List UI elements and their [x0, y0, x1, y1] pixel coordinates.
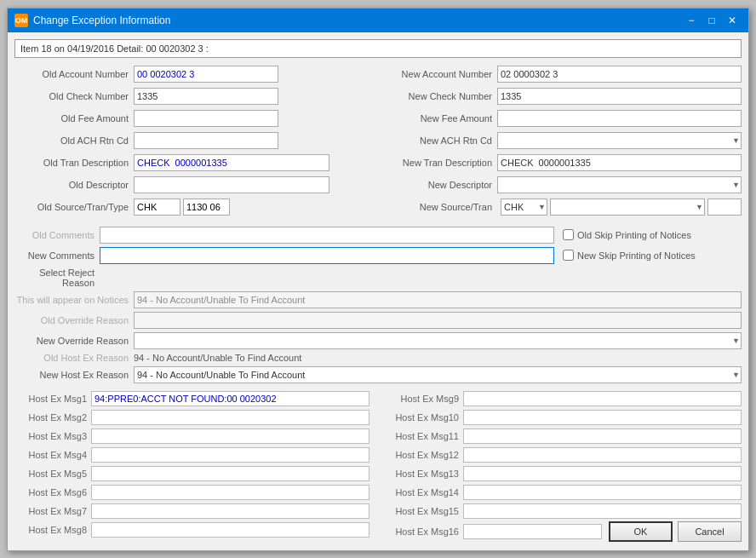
new-tran-desc-row: New Tran Description — [387, 153, 742, 172]
new-override-reason-label: New Override Reason — [14, 336, 134, 346]
host-msg-9-label: Host Ex Msg9 — [387, 394, 463, 404]
new-account-number-input[interactable] — [497, 66, 742, 83]
old-comments-label: Old Comments — [14, 230, 100, 240]
host-msg-7-row: Host Ex Msg7 — [14, 503, 369, 520]
new-host-ex-reason-row: New Host Ex Reason 94 - No Account/Unabl… — [14, 366, 742, 383]
host-msg-5-label: Host Ex Msg5 — [14, 469, 91, 479]
host-msg-2-input[interactable] — [91, 410, 369, 425]
host-msg-1-input[interactable] — [91, 391, 369, 406]
host-msg-15-label: Host Ex Msg15 — [387, 506, 463, 516]
new-descriptor-row: New Descriptor ▼ — [387, 175, 742, 194]
select-reject-reason-label: Select Reject Reason — [14, 267, 100, 288]
old-tran-desc-input[interactable] — [134, 154, 329, 171]
host-msg-7-input[interactable] — [91, 503, 369, 519]
new-host-ex-reason-select[interactable]: 94 - No Account/Unable To Find Account — [134, 366, 742, 383]
new-override-reason-row: New Override Reason ▼ — [14, 332, 742, 349]
form-grid: Old Account Number New Account Number Ol… — [14, 65, 742, 387]
old-source-input[interactable] — [134, 198, 180, 216]
host-msg-2-row: Host Ex Msg2 — [14, 409, 369, 426]
new-skip-printing-checkbox[interactable] — [563, 250, 574, 261]
host-msg-6-label: Host Ex Msg6 — [14, 487, 91, 498]
new-fee-amount-row: New Fee Amount — [387, 109, 742, 128]
old-comments-input[interactable] — [100, 227, 554, 244]
host-msg-8-label: Host Ex Msg8 — [14, 525, 91, 535]
old-host-ex-reason-label: Old Host Ex Reason — [14, 353, 134, 363]
old-host-ex-reason-row: Old Host Ex Reason 94 - No Account/Unabl… — [14, 353, 742, 363]
host-msg-left-col: Host Ex Msg1 Host Ex Msg2 Host Ex Msg3 H… — [14, 390, 369, 544]
host-msg-6-row: Host Ex Msg6 — [14, 484, 369, 501]
old-host-ex-reason-value: 94 - No Account/Unable To Find Account — [134, 353, 301, 363]
new-check-number-input[interactable] — [497, 88, 742, 105]
new-tran-desc-input[interactable] — [497, 154, 742, 171]
host-msg-16-label: Host Ex Msg16 — [387, 526, 463, 537]
ok-button[interactable]: OK — [609, 521, 673, 542]
old-check-number-input[interactable] — [134, 88, 278, 105]
new-tran-extra-input[interactable] — [707, 198, 742, 216]
new-source-select[interactable]: CHK — [501, 198, 547, 216]
host-msg-15-row: Host Ex Msg15 — [387, 503, 742, 520]
new-ach-rtn-select[interactable] — [497, 132, 742, 149]
host-msg-3-row: Host Ex Msg3 — [14, 428, 369, 445]
window-content: Item 18 on 04/19/2016 Detail: 00 0020302… — [8, 32, 748, 550]
host-msg-5-row: Host Ex Msg5 — [14, 465, 369, 482]
cancel-button[interactable]: Cancel — [678, 521, 742, 542]
old-fee-amount-row: Old Fee Amount — [14, 109, 369, 128]
host-messages-grid: Host Ex Msg1 Host Ex Msg2 Host Ex Msg3 H… — [14, 390, 742, 544]
host-msg-12-input[interactable] — [463, 447, 742, 463]
host-msg-1-label: Host Ex Msg1 — [14, 394, 91, 404]
host-msg-10-row: Host Ex Msg10 — [387, 409, 742, 426]
old-check-number-row: Old Check Number — [14, 87, 369, 106]
host-msg-6-input[interactable] — [91, 485, 369, 500]
new-skip-printing-row: New Skip Printing of Notices — [563, 250, 742, 261]
host-msg-14-input[interactable] — [463, 485, 742, 500]
old-override-reason-input — [134, 312, 742, 329]
new-override-reason-wrapper: ▼ — [134, 332, 742, 349]
title-bar: OM Change Exception Information − □ ✕ — [8, 9, 748, 32]
new-source-select-wrapper: CHK ▼ — [501, 198, 547, 216]
host-msg-5-input[interactable] — [91, 466, 369, 481]
new-fee-amount-input[interactable] — [497, 110, 742, 127]
host-msg-11-input[interactable] — [463, 429, 742, 444]
host-msg-16-input[interactable] — [463, 524, 602, 539]
divider — [14, 220, 742, 227]
new-descriptor-select-wrapper: ▼ — [497, 176, 742, 193]
old-source-tran-label: Old Source/Tran/Type — [14, 202, 134, 212]
title-bar-left: OM Change Exception Information — [14, 14, 170, 27]
old-fee-amount-input[interactable] — [134, 110, 278, 127]
host-msg-8-row: Host Ex Msg8 — [14, 521, 369, 538]
new-descriptor-select[interactable] — [497, 176, 742, 193]
old-skip-printing-label: Old Skip Printing of Notices — [577, 230, 691, 240]
old-ach-rtn-input[interactable] — [134, 132, 278, 149]
host-msg-8-input[interactable] — [91, 522, 369, 538]
host-msg-10-input[interactable] — [463, 410, 742, 425]
new-ach-rtn-row: New ACH Rtn Cd ▼ — [387, 131, 742, 150]
new-comments-input[interactable] — [100, 247, 554, 264]
host-msg-16-row: Host Ex Msg16 OK Cancel — [387, 521, 742, 542]
info-bar: Item 18 on 04/19/2016 Detail: 00 0020302… — [14, 39, 742, 58]
host-msg-3-label: Host Ex Msg3 — [14, 431, 91, 441]
host-msg-2-label: Host Ex Msg2 — [14, 412, 91, 423]
host-msg-13-input[interactable] — [463, 466, 742, 481]
minimize-button[interactable]: − — [682, 13, 701, 28]
old-tran-input[interactable] — [183, 198, 230, 216]
host-msg-4-input[interactable] — [91, 447, 369, 463]
window-title: Change Exception Information — [33, 14, 170, 26]
old-account-number-input[interactable] — [134, 66, 278, 83]
new-ach-rtn-select-wrapper: ▼ — [497, 132, 742, 149]
host-msg-14-row: Host Ex Msg14 — [387, 484, 742, 501]
host-msg-9-input[interactable] — [463, 391, 742, 406]
notices-input — [134, 291, 742, 308]
host-msg-14-label: Host Ex Msg14 — [387, 487, 463, 498]
old-tran-desc-label: Old Tran Description — [14, 158, 134, 168]
host-msg-3-input[interactable] — [91, 429, 369, 444]
new-override-reason-select[interactable] — [134, 332, 742, 349]
new-skip-printing-label: New Skip Printing of Notices — [577, 250, 696, 261]
old-skip-printing-checkbox[interactable] — [563, 229, 574, 240]
new-fee-amount-label: New Fee Amount — [387, 113, 497, 124]
maximize-button[interactable]: □ — [702, 13, 721, 28]
host-msg-15-input[interactable] — [463, 503, 742, 519]
notices-label: This will appear on Notices — [14, 295, 134, 305]
new-tran-select[interactable] — [550, 198, 705, 216]
close-button[interactable]: ✕ — [723, 13, 742, 28]
old-descriptor-input[interactable] — [134, 176, 329, 193]
